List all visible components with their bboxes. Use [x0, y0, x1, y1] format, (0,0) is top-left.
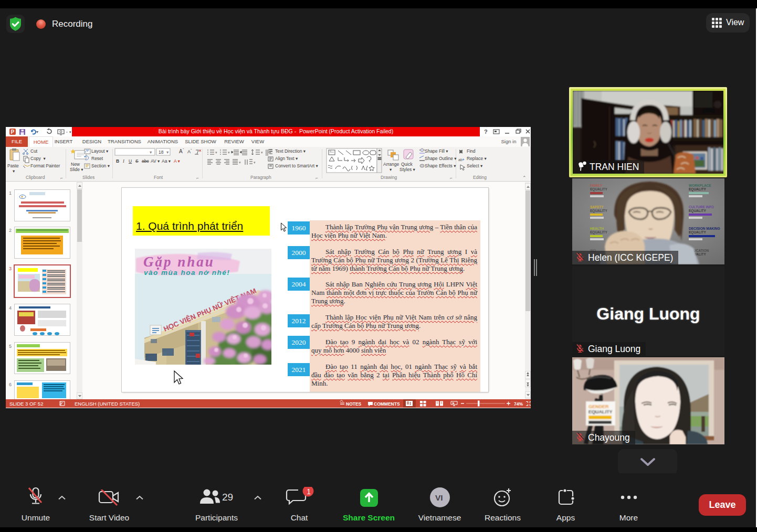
- svg-text:EQUALITY: EQUALITY: [689, 187, 707, 191]
- svg-text:⌐: ⌐: [196, 176, 199, 180]
- svg-text:Gặp nhau: Gặp nhau: [143, 254, 215, 270]
- svg-text:GENDER: GENDER: [588, 404, 609, 409]
- svg-text:▾: ▾: [215, 151, 217, 154]
- svg-text:DECISION MAKING: DECISION MAKING: [689, 227, 720, 230]
- svg-text:1: 1: [307, 487, 311, 496]
- svg-text:EQUALITY: EQUALITY: [689, 230, 707, 235]
- svg-text:vào mùa hoa nở nhé!: vào mùa hoa nở nhé!: [144, 269, 230, 276]
- svg-text:▾: ▾: [254, 161, 256, 164]
- svg-text:ab: ab: [458, 158, 462, 162]
- svg-text:?: ?: [484, 129, 488, 135]
- svg-text:HEALTH: HEALTH: [590, 227, 604, 230]
- svg-text:⌃: ⌃: [522, 175, 527, 180]
- svg-text:29: 29: [222, 492, 233, 503]
- svg-text:▾: ▾: [69, 130, 71, 134]
- svg-text:EQUALITY: EQUALITY: [689, 209, 707, 213]
- svg-text:EQUALITY: EQUALITY: [588, 409, 613, 414]
- svg-text:⹀: ⹀: [66, 130, 68, 134]
- svg-text:EQUALITY: EQUALITY: [590, 209, 608, 213]
- svg-text:⌐: ⌐: [316, 176, 318, 180]
- svg-text:CULTURE INFO: CULTURE INFO: [689, 205, 714, 209]
- svg-text:EQUALITY: EQUALITY: [590, 230, 608, 235]
- svg-text:⌐: ⌐: [450, 176, 453, 180]
- svg-text:VI: VI: [435, 493, 443, 502]
- svg-text:⌐: ⌐: [60, 176, 63, 180]
- svg-text:▾: ▾: [228, 151, 230, 154]
- svg-text:WORKPLACE: WORKPLACE: [689, 184, 711, 187]
- svg-text:▾: ▾: [261, 151, 263, 154]
- svg-text:▾: ▾: [36, 130, 38, 134]
- svg-text:FAMILY: FAMILY: [590, 184, 603, 187]
- svg-text:EQUALITY: EQUALITY: [590, 187, 608, 191]
- svg-text:SAFETY: SAFETY: [590, 205, 604, 209]
- svg-text:P: P: [11, 129, 15, 135]
- svg-text:▾: ▾: [239, 161, 241, 164]
